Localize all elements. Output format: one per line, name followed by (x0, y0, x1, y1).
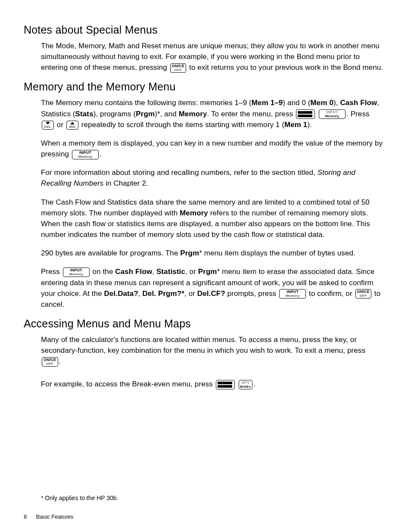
section-name: Basic Features (36, 513, 74, 520)
page-footer: 8 Basic Features (24, 513, 74, 520)
section-body-3: Many of the calculator's functions are l… (41, 334, 385, 390)
bold: Prgm (198, 268, 217, 276)
section-body-1: The Mode, Memory, Math and Reset menus a… (41, 40, 385, 73)
bold: Memory (180, 209, 208, 217)
bold: Mem 1 (284, 121, 307, 129)
text: prompts, press (225, 289, 278, 298)
text: The Memory menu contains the following i… (41, 99, 252, 107)
page-number: 8 (24, 513, 27, 520)
text: , (152, 268, 156, 276)
key-label-bot: DEL (44, 125, 52, 129)
text: ) and 0 ( (283, 99, 310, 107)
key-input-memory-outline: INPUTMemory (319, 109, 346, 119)
text: ), programs ( (93, 110, 136, 118)
page: Notes about Special Menus The Mode, Memo… (0, 0, 411, 532)
text: . (100, 150, 102, 158)
para-s3-2: For example, to access the Break-even me… (41, 379, 385, 389)
text: repeatedly to scroll through the items s… (81, 121, 284, 129)
text: , or (185, 268, 198, 276)
bold: Prgm (180, 249, 199, 257)
text: Many of the calculator's functions are l… (41, 336, 365, 355)
para-s2-6: Press INPUTMemory on the Cash Flow, Stat… (41, 266, 385, 310)
key-on-ce: ON/CEOFF (170, 63, 187, 73)
svg-rect-5 (218, 385, 232, 388)
heading-memory-menu: Memory and the Memory Menu (24, 81, 385, 93)
key-input-memory: INPUTMemory (279, 289, 306, 299)
text: ). (307, 121, 312, 129)
text: For more information about storing and r… (41, 168, 318, 177)
key-input-memory: INPUTMemory (63, 268, 90, 277)
bold: Del. Prgm?* (143, 289, 184, 298)
text: , or (184, 289, 197, 298)
bold: Mem 0 (311, 99, 333, 107)
bold: Cash Flow (115, 268, 152, 276)
text: or (57, 121, 65, 129)
bold: Del.CF? (197, 289, 225, 298)
key-label-bot: OFF (172, 68, 185, 72)
key-label-bot: OFF (357, 294, 370, 298)
text: . (253, 380, 255, 388)
footnote: * Only applies to the HP 30b. (41, 494, 118, 502)
key-label-bot: Memory (74, 155, 97, 159)
para-s2-4: The Cash Flow and Statistics data share … (41, 197, 385, 240)
key-label-bot: INS (68, 125, 77, 129)
key-label-bot: Memory (281, 294, 304, 298)
key-input-memory: INPUTMemory (72, 150, 99, 159)
bold: Cash Flow (340, 99, 377, 107)
bold: Stats (75, 110, 93, 118)
key-on-ce: ON/CEOFF (355, 289, 372, 299)
heading-special-menus: Notes about Special Menus (24, 24, 385, 36)
para-s3-1: Many of the calculator's functions are l… (41, 334, 385, 367)
text: )*, and (155, 110, 179, 118)
key-shift (216, 380, 235, 389)
text: Press (41, 268, 62, 276)
text: in Chapter 2. (103, 179, 148, 187)
text: . Press (346, 110, 370, 118)
bold: Mem 1–9 (252, 99, 283, 107)
para-s2-5: 290 bytes are available for programs. Th… (41, 248, 385, 258)
para-s2-1: The Memory menu contains the following i… (41, 97, 385, 130)
key-on-ce: ON/CEOFF (42, 357, 58, 367)
key-label-bot: Memory (65, 273, 88, 276)
bold: Del.Data? (104, 289, 138, 298)
key-shift (296, 109, 315, 119)
key-down-arrow: DEL (42, 121, 54, 130)
text: ), (333, 99, 340, 107)
svg-marker-2 (46, 122, 50, 124)
text: * menu item displays the number of bytes… (199, 249, 355, 257)
para-s2-2: When a memory item is displayed, you can… (41, 138, 385, 159)
heading-accessing-menus: Accessing Menus and Menu Maps (24, 317, 385, 330)
svg-rect-0 (298, 111, 312, 114)
text: . To enter the menu, press (207, 110, 296, 118)
bold: Memory (179, 110, 207, 118)
key-up-arrow: INS (66, 121, 78, 130)
text: . (59, 357, 61, 365)
key-label-bot: BrkEv (240, 385, 251, 389)
bold: Prgm (136, 110, 155, 118)
text: , (138, 289, 143, 298)
key-npv-brkev: NPVBrkEv (239, 380, 253, 389)
text: 290 bytes are available for programs. Th… (41, 249, 180, 257)
key-label-bot: OFF (44, 362, 56, 366)
para-s2-3: For more information about storing and r… (41, 167, 385, 189)
text: on the (93, 268, 115, 276)
text: to exit returns you to your previous wor… (189, 63, 383, 72)
para-s1-1: The Mode, Memory, Math and Reset menus a… (41, 40, 385, 73)
key-label-bot: Memory (321, 115, 344, 118)
text: to confirm, or (309, 289, 354, 298)
text: For example, to access the Break-even me… (41, 380, 215, 388)
svg-rect-4 (218, 382, 232, 384)
bold: Statistic (156, 268, 185, 276)
section-body-2: The Memory menu contains the following i… (41, 97, 385, 310)
svg-rect-1 (298, 115, 312, 117)
svg-marker-3 (70, 122, 75, 124)
